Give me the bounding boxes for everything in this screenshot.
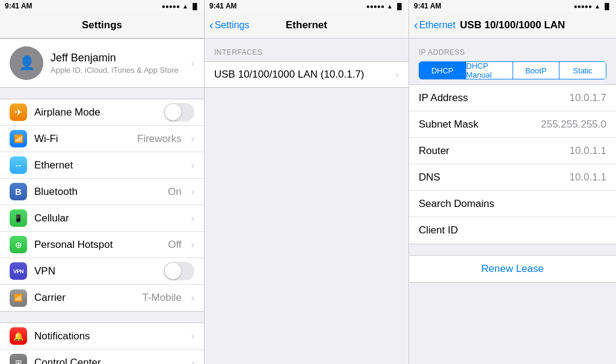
carrier-icon: 📶 — [10, 289, 27, 307]
row-bluetooth[interactable]: B Bluetooth On › — [0, 179, 204, 205]
row-vpn[interactable]: VPN VPN — [0, 258, 204, 285]
ip-mode-segmented[interactable]: DHCP DHCP Manual BootP Static — [419, 61, 606, 79]
detail-row-subnet: Subnet Mask 255.255.255.0 — [409, 111, 616, 138]
wifi-icon-2: ▲ — [387, 3, 393, 10]
detail-row-ip: IP Address 10.0.1.7 — [409, 85, 616, 111]
row-airplane[interactable]: ✈ Airplane Mode — [0, 99, 204, 126]
controlcenter-icon: ⊞ — [10, 354, 27, 364]
status-icons-3: ●●●●● ▲ ▐▌ — [574, 3, 611, 10]
airplane-icon: ✈ — [10, 103, 27, 121]
lan-back-button[interactable]: ‹ Ethernet — [414, 19, 455, 31]
profile-chevron-icon: › — [191, 58, 194, 69]
detail-group: IP Address 10.0.1.7 Subnet Mask 255.255.… — [409, 84, 616, 244]
profile-row[interactable]: 👤 Jeff Benjamin Apple ID, iCloud, iTunes… — [0, 39, 204, 88]
profile-name: Jeff Benjamin — [51, 52, 184, 64]
settings-group-1: ✈ Airplane Mode 📶 Wi-Fi Fireworks › ↔ Et… — [0, 99, 204, 312]
ethernet-back-button[interactable]: ‹ Settings — [209, 19, 249, 31]
client-id-label: Client ID — [419, 224, 606, 236]
ethernet-chevron-icon: › — [191, 160, 194, 171]
vpn-toggle-knob — [165, 263, 181, 279]
cellular-label: Cellular — [34, 212, 184, 224]
carrier-value: T-Mobile — [142, 292, 181, 304]
battery-icon: ▐▌ — [191, 3, 199, 10]
interface-row-0[interactable]: USB 10/100/1000 LAN (10.0.1.7) › — [205, 61, 408, 88]
nav-title-settings: Settings — [82, 19, 122, 31]
signal-icon-2: ●●●●● — [366, 3, 384, 10]
nav-title-ethernet: Ethernet — [286, 19, 327, 31]
controlcenter-chevron-icon: › — [191, 357, 194, 365]
panel-lan: 9:41 AM ●●●●● ▲ ▐▌ ‹ Ethernet USB 10/100… — [409, 0, 616, 364]
detail-row-dns: DNS 10.0.1.1 — [409, 164, 616, 191]
ethernet-label: Ethernet — [34, 159, 184, 171]
controlcenter-label: Control Center — [34, 357, 184, 365]
row-cellular[interactable]: 📱 Cellular › — [0, 205, 204, 232]
nav-title-lan: USB 10/100/1000 LAN — [460, 19, 565, 31]
hotspot-chevron-icon: › — [191, 239, 194, 250]
bluetooth-chevron-icon: › — [191, 187, 194, 197]
wifi-value: Fireworks — [137, 133, 182, 145]
seg-bootp[interactable]: BootP — [513, 62, 560, 79]
profile-info: Jeff Benjamin Apple ID, iCloud, iTunes &… — [51, 52, 184, 75]
row-controlcenter[interactable]: ⊞ Control Center › — [0, 350, 204, 364]
wifi-icon: ▲ — [182, 3, 188, 10]
vpn-icon: VPN — [10, 262, 27, 280]
avatar: 👤 — [10, 46, 43, 80]
carrier-label: Carrier — [34, 292, 135, 304]
row-ethernet[interactable]: ↔ Ethernet › — [0, 152, 204, 179]
ip-label: IP Address — [419, 92, 570, 104]
seg-dhcp[interactable]: DHCP — [419, 62, 466, 79]
nav-bar-lan: ‹ Ethernet USB 10/100/1000 LAN — [409, 12, 616, 39]
interface-chevron-icon: › — [396, 69, 399, 80]
seg-static[interactable]: Static — [559, 62, 606, 79]
row-notifications[interactable]: 🔔 Notifications › — [0, 323, 204, 350]
vpn-label: VPN — [34, 265, 156, 277]
bluetooth-icon: B — [10, 183, 27, 200]
bluetooth-label: Bluetooth — [34, 186, 161, 198]
hotspot-icon: ⊕ — [10, 236, 27, 253]
row-carrier[interactable]: 📶 Carrier T-Mobile › — [0, 285, 204, 311]
wifi-icon-3: ▲ — [594, 3, 600, 10]
row-wifi[interactable]: 📶 Wi-Fi Fireworks › — [0, 126, 204, 152]
interfaces-section-label: INTERFACES — [205, 39, 408, 61]
vpn-toggle[interactable] — [164, 262, 194, 280]
detail-row-clientid: Client ID — [409, 217, 616, 244]
airplane-label: Airplane Mode — [34, 106, 156, 119]
notifications-label: Notifications — [34, 330, 184, 342]
action-group: Renew Lease — [409, 255, 616, 283]
renew-lease-button[interactable]: Renew Lease — [409, 256, 616, 282]
ip-section-label: IP ADDRESS — [409, 39, 616, 61]
detail-row-router: Router 10.0.1.1 — [409, 138, 616, 164]
lan-scroll[interactable]: IP ADDRESS DHCP DHCP Manual BootP Static… — [409, 39, 616, 364]
time-2: 9:41 AM — [209, 2, 237, 10]
settings-group-2: 🔔 Notifications › ⊞ Control Center › 🌙 D… — [0, 322, 204, 364]
bluetooth-value: On — [168, 186, 182, 198]
nav-bar-settings: Settings — [0, 12, 204, 39]
time-1: 9:41 AM — [5, 2, 32, 10]
profile-subtitle: Apple ID, iCloud, iTunes & App Store — [51, 66, 184, 75]
ethernet-scroll[interactable]: INTERFACES USB 10/100/1000 LAN (10.0.1.7… — [205, 39, 408, 364]
interface-name-0: USB 10/100/1000 LAN (10.0.1.7) — [214, 69, 396, 81]
wifi-row-icon: 📶 — [10, 130, 27, 147]
signal-icon: ●●●●● — [162, 3, 180, 10]
seg-dhcp-manual[interactable]: DHCP Manual — [466, 62, 513, 79]
row-hotspot[interactable]: ⊕ Personal Hotspot Off › — [0, 232, 204, 258]
notifications-chevron-icon: › — [191, 331, 194, 342]
panel-settings: 9:41 AM ●●●●● ▲ ▐▌ Settings 👤 Jeff Benja… — [0, 0, 205, 364]
status-bar-1: 9:41 AM ●●●●● ▲ ▐▌ — [0, 0, 204, 12]
status-bar-2: 9:41 AM ●●●●● ▲ ▐▌ — [205, 0, 408, 12]
search-domains-label: Search Domains — [419, 198, 606, 210]
status-icons-1: ●●●●● ▲ ▐▌ — [162, 3, 199, 10]
cellular-chevron-icon: › — [191, 213, 194, 224]
detail-row-search: Search Domains — [409, 191, 616, 217]
settings-scroll[interactable]: 👤 Jeff Benjamin Apple ID, iCloud, iTunes… — [0, 39, 204, 364]
status-icons-2: ●●●●● ▲ ▐▌ — [366, 3, 404, 10]
airplane-toggle[interactable] — [164, 103, 194, 122]
carrier-chevron-icon: › — [191, 292, 194, 303]
wifi-label: Wi-Fi — [34, 133, 130, 145]
router-value: 10.0.1.1 — [570, 145, 606, 157]
nav-bar-ethernet: ‹ Settings Ethernet — [205, 12, 408, 39]
panel-ethernet: 9:41 AM ●●●●● ▲ ▐▌ ‹ Settings Ethernet I… — [205, 0, 409, 364]
ip-value: 10.0.1.7 — [570, 92, 606, 104]
ethernet-icon: ↔ — [10, 156, 27, 174]
battery-icon-2: ▐▌ — [395, 3, 404, 10]
